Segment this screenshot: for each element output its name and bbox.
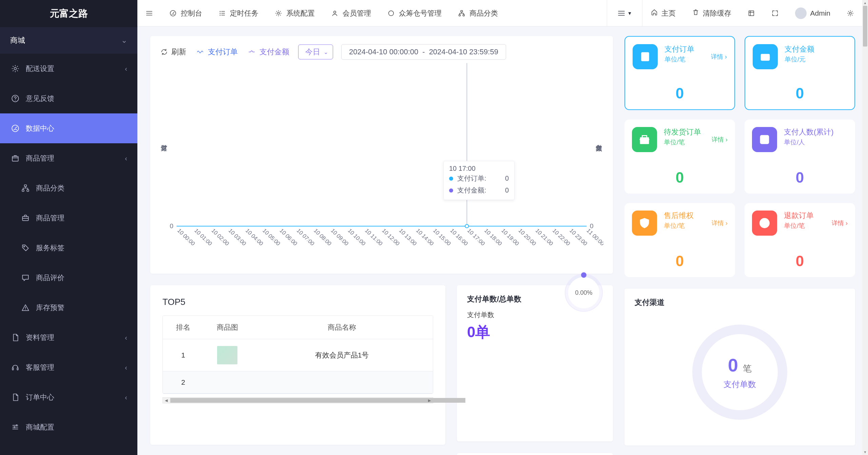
scroll-thumb[interactable] [170, 398, 465, 403]
sidebar-item-1[interactable]: 意见反馈 [0, 84, 137, 113]
stat-title: 支付订单 [664, 44, 694, 54]
series-amount-toggle[interactable]: 支付金额 [247, 45, 290, 59]
svg-text:10 18:00: 10 18:00 [483, 228, 503, 247]
sidebar: 元富之路 商城 配送设置意见反馈数据中心商品管理商品分类商品管理服务标签商品评价… [0, 0, 137, 455]
briefcase-icon [21, 214, 30, 222]
sidebar-toggle[interactable] [137, 0, 161, 26]
history-button[interactable] [739, 0, 763, 26]
svg-text:0: 0 [170, 222, 174, 229]
svg-text:10 01:00: 10 01:00 [193, 228, 213, 247]
chart-tooltip: 10 17:00 支付订单:0支付金额:0 [443, 161, 515, 200]
refresh-button[interactable]: 刷新 [160, 45, 187, 59]
sidebar-item-7[interactable]: 商品评价 [0, 263, 137, 293]
stat-title: 退款订单 [784, 211, 814, 221]
channel-unit: 笔 [743, 363, 752, 374]
topnav-6[interactable]: 商品分类 [450, 0, 506, 26]
svg-text:11 00:00: 11 00:00 [585, 228, 603, 247]
stat-detail-link[interactable]: 详情 › [712, 127, 728, 152]
stat-icon [632, 127, 657, 152]
ratio-orders-gauge: 0.00% [565, 274, 603, 312]
stat-value: 0 [633, 85, 727, 102]
stat-value: 0 [632, 253, 728, 270]
svg-text:10 03:00: 10 03:00 [227, 228, 247, 247]
sidebar-item-2[interactable]: 数据中心 [0, 113, 137, 143]
stat-1: 支付金额单位/元0 [745, 36, 855, 110]
stat-3: 支付人数(累计)单位/人0 [745, 120, 855, 194]
svg-text:10 17:00: 10 17:00 [466, 228, 486, 247]
scroll-down-arrow-icon[interactable]: ▼ [862, 449, 868, 455]
img-cell [204, 339, 251, 371]
sidebar-item-11[interactable]: 订单中心 [0, 382, 137, 412]
sidebar-item-3[interactable]: 商品管理 [0, 143, 137, 173]
stat-icon [633, 44, 658, 69]
top5-card: TOP5 排名商品图商品名称 1有效会员产品1号2 ◀ ▶ [150, 285, 445, 445]
sidebar-item-8[interactable]: 库存预警 [0, 293, 137, 323]
stat-icon [753, 44, 778, 69]
cog-icon [275, 10, 282, 17]
svg-text:10 21:00: 10 21:00 [534, 228, 554, 247]
dashboard-icon [11, 124, 20, 133]
svg-text:10 09:00: 10 09:00 [330, 228, 350, 247]
topnav-3[interactable]: 系统配置 [267, 0, 323, 26]
dot-icon [449, 188, 453, 193]
page-vscrollbar[interactable]: ▲ ▼ [862, 0, 868, 455]
top5-hscrollbar[interactable]: ◀ ▶ [162, 397, 433, 403]
line-chart[interactable]: 0010 00:0010 01:0010 02:0010 03:0010 04:… [160, 60, 603, 270]
stat-detail-link[interactable]: 详情 › [711, 44, 727, 69]
ratio-orders-card: 支付单数/总单数 支付单数 0单 0.00% [457, 285, 613, 441]
topnav-2[interactable]: 定时任务 [210, 0, 267, 26]
date-range-picker[interactable]: 2024-04-10 00:00:00 - 2024-04-10 23:59:5… [341, 44, 506, 60]
topnav-5[interactable]: 众筹仓号管理 [379, 0, 450, 26]
sidebar-item-9[interactable]: 资料管理 [0, 323, 137, 352]
date-sep: - [422, 48, 425, 56]
sidebar-item-label: 服务标签 [36, 243, 64, 253]
stat-icon [632, 211, 657, 236]
sidebar-item-6[interactable]: 服务标签 [0, 233, 137, 263]
channel-ring: 0 笔 支付单数 [692, 325, 787, 420]
sidebar-item-0[interactable]: 配送设置 [0, 54, 137, 84]
topnav-4[interactable]: 会员管理 [323, 0, 379, 26]
bars-icon [146, 10, 153, 17]
svg-text:10 04:00: 10 04:00 [245, 228, 265, 247]
scroll-left-arrow-icon[interactable]: ◀ [163, 398, 170, 403]
stat-grid: 支付订单单位/笔详情 ›0支付金额单位/元0待发货订单单位/笔详情 ›0支付人数… [624, 36, 855, 277]
fullscreen-button[interactable] [763, 0, 787, 26]
scroll-right-arrow-icon[interactable]: ▶ [426, 398, 433, 403]
stat-2: 待发货订单单位/笔详情 ›0 [624, 120, 735, 194]
home-button[interactable]: 主页 [642, 0, 684, 26]
stat-value: 0 [632, 169, 728, 186]
table-row[interactable]: 1有效会员产品1号 [163, 339, 433, 371]
topnav-1[interactable]: 控制台 [161, 0, 210, 26]
table-row[interactable]: 2 [163, 371, 433, 394]
dashboard-icon [169, 10, 177, 17]
scroll-thumb[interactable] [863, 6, 867, 47]
list-icon [218, 10, 226, 17]
chart-body: 支付订单 支付金额 0010 00:0010 01:0010 02:0010 0… [160, 60, 603, 270]
sidebar-item-12[interactable]: 商城配置 [0, 412, 137, 442]
user-menu[interactable]: Admin [787, 0, 838, 26]
tooltip-title: 10 17:00 [449, 165, 509, 172]
stat-detail-link[interactable]: 详情 › [712, 211, 728, 236]
sidebar-item-label: 资料管理 [26, 333, 54, 342]
sidebar-item-5[interactable]: 商品管理 [0, 203, 137, 233]
stat-detail-link[interactable]: 详情 › [832, 211, 848, 236]
tag-icon [21, 243, 30, 252]
clear-cache-label: 清除缓存 [703, 8, 731, 18]
stat-value: 0 [753, 85, 847, 102]
sidebar-item-label: 商品评价 [36, 273, 64, 283]
range-select[interactable]: 今日 ⌄ [298, 44, 333, 59]
sidebar-item-4[interactable]: 商品分类 [0, 173, 137, 203]
stat-unit: 单位/元 [785, 55, 814, 64]
settings-button[interactable] [838, 0, 862, 26]
quickmenu-dropdown[interactable]: ▼ [607, 0, 643, 26]
topnav-label: 商品分类 [469, 8, 498, 18]
sidebar-group-shop[interactable]: 商城 [0, 27, 137, 54]
file-icon [11, 393, 20, 402]
clear-cache-button[interactable]: 清除缓存 [684, 0, 739, 26]
scroll-up-arrow-icon[interactable]: ▲ [862, 0, 868, 6]
sidebar-item-10[interactable]: 客服管理 [0, 352, 137, 382]
channel-card: 支付渠道 0 笔 支付单数 [624, 289, 855, 445]
stat-unit: 单位/人 [784, 138, 834, 147]
series-orders-toggle[interactable]: 支付订单 [195, 45, 238, 59]
box-icon [11, 154, 20, 163]
